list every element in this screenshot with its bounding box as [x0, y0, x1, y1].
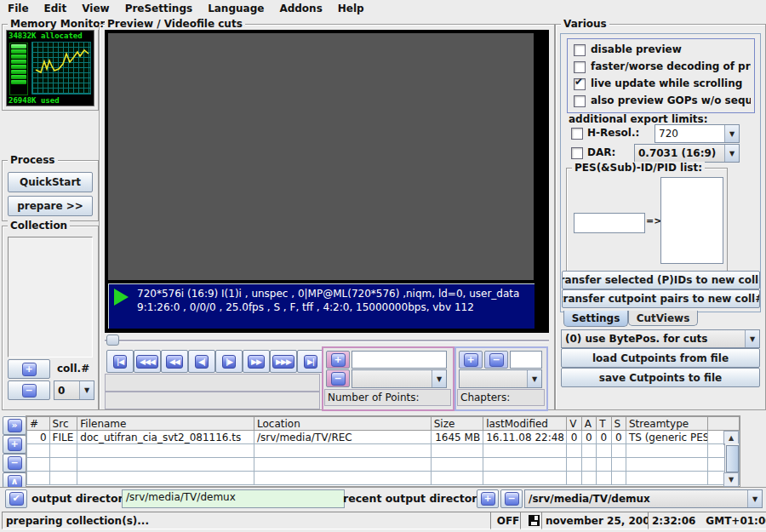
cell-modified: 16.11.08 22:48: [483, 431, 567, 444]
forward-button[interactable]: ▶▶: [243, 350, 270, 373]
process-collection-button[interactable]: »: [3, 416, 26, 435]
col-lastmodified[interactable]: lastModified: [483, 417, 567, 431]
plus-icon: +: [481, 492, 495, 506]
disable-preview-checkbox[interactable]: [574, 44, 586, 56]
col-src[interactable]: Src: [49, 417, 77, 431]
recent-directory-value: /srv/media/TV/demux: [525, 493, 747, 505]
memory-gauge: [9, 43, 28, 95]
col-size[interactable]: Size: [431, 417, 483, 431]
col-location[interactable]: Location: [254, 417, 432, 431]
transfer-pids-button[interactable]: transfer selected (P)IDs to new coll#: [562, 271, 760, 289]
check-icon: ✔: [574, 76, 583, 88]
add-collection-button[interactable]: +: [8, 359, 50, 379]
memory-graph: [31, 42, 91, 94]
tab-cutviews-label: CutViews: [637, 312, 690, 324]
menu-file[interactable]: File: [0, 3, 37, 14]
add-file-button[interactable]: +: [3, 435, 26, 454]
pes-id-input[interactable]: [574, 213, 645, 233]
table-scrollbar-thumb[interactable]: [726, 445, 739, 472]
menu-edit[interactable]: Edit: [37, 3, 75, 14]
step-back-button[interactable]: ◀|: [188, 350, 215, 373]
collection-number-value: 0: [54, 385, 79, 397]
status-time: 2:32:06: [652, 515, 695, 527]
seek-slider-thumb[interactable]: [106, 335, 119, 346]
rewind-button[interactable]: ◀◀: [161, 350, 188, 373]
toggle-output-panel-button[interactable]: ✔: [5, 489, 27, 508]
table-scroll-down-button[interactable]: ▼: [723, 472, 739, 487]
collection-number-select[interactable]: 0 ▼: [54, 380, 94, 400]
quickstart-button[interactable]: QuickStart: [8, 172, 93, 192]
memory-monitor-panel: Memory Monitor 34832K allocated 26948K u…: [2, 24, 99, 111]
remove-point-button[interactable]: −: [326, 369, 350, 387]
cutpoint-info-strip-1: [105, 374, 320, 392]
faster-decoding-label: faster/worse decoding of preview: [591, 60, 751, 72]
output-directory-field[interactable]: /srv/media/TV/demux: [122, 489, 345, 508]
skip-to-end-button[interactable]: ▶|: [297, 350, 324, 373]
remove-file-button[interactable]: −: [3, 454, 26, 472]
forward-fast-button[interactable]: ▶▶▶: [270, 350, 297, 373]
menu-language[interactable]: Language: [200, 3, 272, 14]
menu-presettings[interactable]: PreSettings: [117, 3, 201, 14]
step-forward-button[interactable]: |▶: [215, 350, 243, 373]
preview-title: Preview / Videofile cuts: [105, 18, 245, 30]
recent-directories-select[interactable]: /srv/media/TV/demux ▼: [524, 489, 763, 508]
cutpoint-info-strip-2: [105, 392, 320, 409]
preview-gops-checkbox[interactable]: [574, 95, 586, 107]
col-num[interactable]: #: [27, 417, 50, 431]
col-filename[interactable]: Filename: [77, 417, 254, 431]
menu-addons[interactable]: Addons: [272, 3, 329, 14]
col-a[interactable]: A: [581, 417, 596, 431]
col-t[interactable]: T: [597, 417, 611, 431]
add-point-button[interactable]: +: [326, 351, 350, 369]
chevron-down-icon: ▼: [432, 370, 446, 387]
table-row[interactable]: 0 FILE doc_utifran_cia_svt2_081116.ts /s…: [27, 431, 740, 444]
collection-list[interactable]: [8, 237, 93, 358]
cell-filename: doc_utifran_cia_svt2_081116.ts: [77, 431, 254, 444]
table-row-empty: [27, 472, 740, 485]
menu-bar: File Edit View PreSettings Language Addo…: [0, 0, 766, 16]
tab-cutviews[interactable]: CutViews: [628, 311, 698, 326]
check-icon: ✔: [9, 492, 24, 506]
live-update-checkbox[interactable]: ✔: [574, 78, 586, 90]
play-icon[interactable]: [114, 289, 129, 306]
col-v[interactable]: V: [567, 417, 581, 431]
remove-chapter-button[interactable]: −: [484, 351, 508, 369]
chevron-down-icon: ▼: [724, 145, 739, 162]
rewind-fast-button[interactable]: ◀◀◀: [134, 350, 161, 373]
menu-help[interactable]: Help: [330, 3, 372, 14]
hresol-select[interactable]: 720 ▼: [655, 124, 740, 143]
menu-view[interactable]: View: [74, 3, 117, 14]
add-output-directory-button[interactable]: +: [477, 489, 499, 508]
bytepos-select[interactable]: (0) use BytePos. for cuts ▼: [561, 329, 760, 348]
col-streamtype[interactable]: Streamtype: [626, 417, 707, 431]
bytepos-value: (0) use BytePos. for cuts: [562, 333, 745, 345]
tab-settings[interactable]: Settings: [563, 311, 628, 327]
add-chapter-button[interactable]: +: [459, 351, 483, 369]
file-table: # Src Filename Location Size lastModifie…: [26, 416, 740, 485]
skip-to-start-button[interactable]: |◀: [106, 350, 134, 373]
dar-select[interactable]: 0.7031 (16:9) ▼: [634, 144, 740, 163]
pes-id-list[interactable]: [660, 177, 723, 264]
transfer-cutpoints-button[interactable]: transfer cutpoint pairs to new coll#: [562, 289, 760, 308]
seek-slider-track[interactable]: [105, 340, 549, 342]
status-message: preparing collection(s)...: [2, 512, 495, 529]
col-s[interactable]: S: [611, 417, 626, 431]
forward-icon: ▶▶: [248, 355, 265, 369]
hresol-checkbox[interactable]: [571, 128, 583, 140]
remove-output-directory-button[interactable]: −: [500, 489, 523, 508]
video-preview-area[interactable]: [108, 33, 534, 280]
chapter-value-field[interactable]: [510, 351, 542, 369]
various-title: Various: [561, 18, 609, 30]
load-cutpoints-button[interactable]: load Cutpoints from file: [561, 348, 760, 368]
status-bar: preparing collection(s)... OFF november …: [0, 509, 766, 532]
dar-checkbox[interactable]: [571, 147, 583, 159]
cell-t: 0: [597, 431, 611, 444]
prepare-button[interactable]: prepare >>: [8, 196, 93, 216]
skip-to-start-icon: |◀: [113, 355, 127, 369]
faster-decoding-checkbox[interactable]: [574, 61, 586, 73]
point-value-field[interactable]: [352, 351, 447, 369]
points-select[interactable]: ▼: [352, 369, 447, 388]
remove-collection-button[interactable]: −: [8, 380, 50, 400]
save-cutpoints-button[interactable]: save Cutpoints to file: [561, 368, 760, 387]
chapters-select[interactable]: ▼: [459, 369, 542, 388]
